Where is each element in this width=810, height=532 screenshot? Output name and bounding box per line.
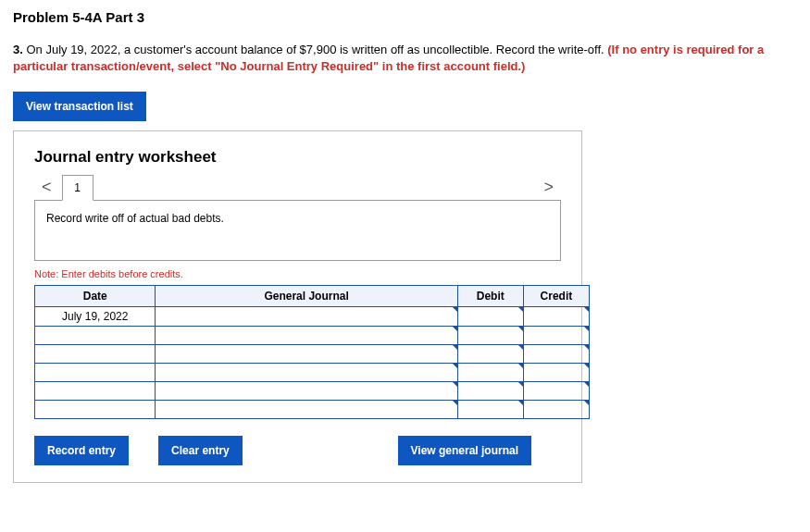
table-row [35, 327, 590, 345]
date-cell[interactable] [35, 327, 156, 345]
credit-cell[interactable] [523, 364, 589, 382]
journal-cell[interactable] [156, 401, 457, 419]
journal-worksheet: Journal entry worksheet < 1 > Record wri… [13, 130, 582, 483]
journal-cell[interactable] [156, 364, 457, 382]
debit-cell[interactable] [457, 345, 523, 364]
col-debit-header: Debit [457, 286, 523, 307]
col-journal-header: General Journal [156, 286, 457, 307]
table-row [35, 401, 590, 419]
entry-instruction: Record write off of actual bad debts. [34, 200, 561, 261]
prev-chevron-icon[interactable]: < [34, 174, 59, 201]
table-header-row: Date General Journal Debit Credit [35, 286, 590, 307]
credit-cell[interactable] [523, 345, 589, 364]
journal-cell[interactable] [156, 382, 457, 401]
debit-cell[interactable] [457, 327, 523, 345]
question-text: 3. On July 19, 2022, a customer's accoun… [13, 42, 797, 75]
date-cell[interactable] [35, 364, 156, 382]
debit-cell[interactable] [457, 364, 523, 382]
record-entry-button[interactable]: Record entry [34, 436, 129, 465]
date-cell[interactable]: July 19, 2022 [35, 307, 156, 327]
debit-cell[interactable] [457, 401, 523, 419]
credit-cell[interactable] [523, 401, 589, 419]
debit-cell[interactable] [457, 382, 523, 401]
credit-cell[interactable] [523, 382, 589, 401]
date-cell[interactable] [35, 382, 156, 401]
tab-row: < 1 > [34, 174, 561, 201]
table-row [35, 364, 590, 382]
action-row: Record entry Clear entry View general jo… [34, 436, 561, 465]
problem-title: Problem 5-4A Part 3 [13, 9, 797, 25]
question-body: On July 19, 2022, a customer's account b… [23, 43, 607, 56]
question-number: 3. [13, 43, 23, 56]
journal-cell[interactable] [156, 345, 457, 364]
credit-cell[interactable] [523, 307, 589, 327]
note-text: Note: Enter debits before credits. [34, 268, 561, 279]
clear-entry-button[interactable]: Clear entry [158, 436, 243, 465]
table-row [35, 345, 590, 364]
worksheet-title: Journal entry worksheet [34, 148, 561, 167]
col-date-header: Date [35, 286, 156, 307]
tab-1[interactable]: 1 [62, 175, 93, 201]
debit-cell[interactable] [457, 307, 523, 327]
journal-cell[interactable] [156, 327, 457, 345]
view-general-journal-button[interactable]: View general journal [398, 436, 531, 465]
journal-table: Date General Journal Debit Credit July 1… [34, 285, 590, 419]
table-row: July 19, 2022 [35, 307, 590, 327]
journal-cell[interactable] [156, 307, 457, 327]
credit-cell[interactable] [523, 327, 589, 345]
next-chevron-icon[interactable]: > [536, 174, 561, 201]
view-transaction-list-button[interactable]: View transaction list [13, 92, 146, 121]
date-cell[interactable] [35, 401, 156, 419]
date-cell[interactable] [35, 345, 156, 364]
table-row [35, 382, 590, 401]
col-credit-header: Credit [523, 286, 589, 307]
